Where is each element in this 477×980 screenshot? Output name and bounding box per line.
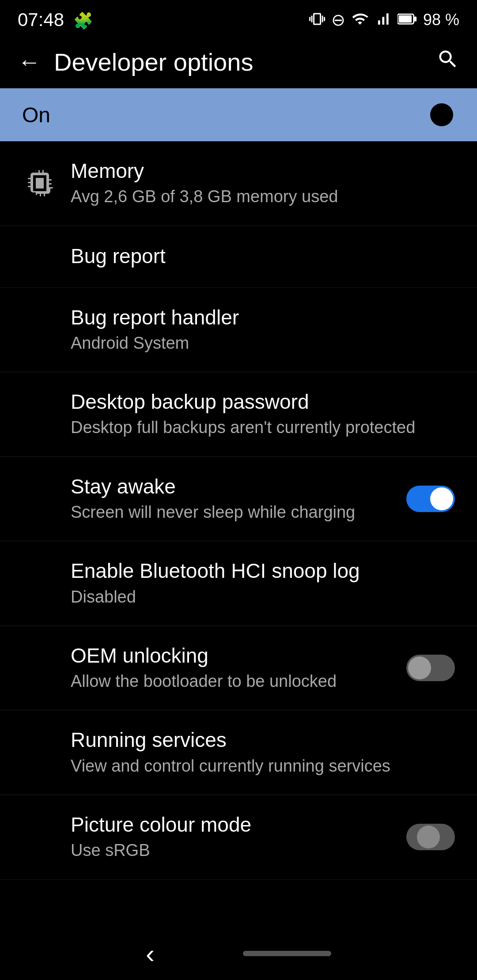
picture-colour-title: Picture colour mode [71,813,398,837]
desktop-backup-item[interactable]: Desktop backup password Desktop full bac… [0,372,477,457]
bug-report-handler-item[interactable]: Bug report handler Android System [0,288,477,373]
bug-report-title: Bug report [71,244,455,268]
bug-report-left: Bug report [22,244,455,268]
oem-toggle-container [406,655,455,681]
running-services-item[interactable]: Running services View and control curren… [0,710,477,795]
bluetooth-hci-item[interactable]: Enable Bluetooth HCI snoop log Disabled [0,541,477,626]
desktop-backup-subtitle: Desktop full backups aren't currently pr… [71,417,455,438]
oem-unlocking-text: OEM unlocking Allow the bootloader to be… [22,644,398,693]
nav-home-pill[interactable] [243,951,331,956]
desktop-backup-left: Desktop backup password Desktop full bac… [22,390,455,439]
settings-list: Memory Avg 2,6 GB of 3,8 GB memory used … [0,141,477,880]
signal-icon [375,11,391,29]
oem-unlocking-item[interactable]: OEM unlocking Allow the bootloader to be… [0,626,477,711]
stay-awake-toggle[interactable] [406,486,455,512]
memory-title: Memory [71,159,455,183]
battery-icon [398,11,417,29]
desktop-backup-title: Desktop backup password [71,390,455,414]
bug-report-handler-left: Bug report handler Android System [22,305,455,354]
oem-unlocking-subtitle: Allow the bootloader to be unlocked [71,671,398,692]
developer-toggle[interactable] [406,102,455,128]
puzzle-icon: 🧩 [73,11,93,30]
running-services-title: Running services [71,728,455,752]
wifi-icon [352,11,368,29]
developer-toggle-row[interactable]: On [0,88,477,141]
memory-subtitle: Avg 2,6 GB of 3,8 GB memory used [71,186,455,207]
status-time-group: 07:48 🧩 [18,9,93,30]
picture-colour-toggle[interactable] [406,824,455,850]
oem-unlocking-title: OEM unlocking [71,644,398,668]
svg-rect-2 [414,17,417,22]
memory-item[interactable]: Memory Avg 2,6 GB of 3,8 GB memory used [0,141,477,226]
oem-unlocking-left: OEM unlocking Allow the bootloader to be… [22,644,398,693]
desktop-backup-text: Desktop backup password Desktop full bac… [22,390,455,439]
back-button[interactable]: ← [18,49,41,75]
status-bar: 07:48 🧩 ⊖ [0,0,477,35]
picture-colour-item[interactable]: Picture colour mode Use sRGB [0,795,477,880]
top-bar: ← Developer options [0,35,477,88]
nav-bar: ‹ [0,927,477,980]
bluetooth-hci-left: Enable Bluetooth HCI snoop log Disabled [22,559,455,608]
stay-awake-left: Stay awake Screen will never sleep while… [22,475,398,524]
stay-awake-text: Stay awake Screen will never sleep while… [22,475,398,524]
memory-chip-icon [22,167,57,199]
status-time: 07:48 [18,9,64,30]
running-services-text: Running services View and control curren… [22,728,455,777]
running-services-subtitle: View and control currently running servi… [71,755,455,777]
vibrate-icon [309,11,325,29]
oem-toggle-thumb [408,656,431,679]
oem-toggle[interactable] [406,655,455,681]
picture-colour-subtitle: Use sRGB [71,840,398,861]
page-title: Developer options [54,48,436,76]
stay-awake-toggle-thumb [430,487,453,510]
bug-report-handler-subtitle: Android System [71,332,455,354]
bluetooth-hci-title: Enable Bluetooth HCI snoop log [71,559,455,583]
picture-colour-toggle-container [406,824,455,850]
stay-awake-title: Stay awake [71,475,398,499]
dnd-icon: ⊖ [331,11,345,28]
bluetooth-hci-subtitle: Disabled [71,586,455,608]
picture-colour-text: Picture colour mode Use sRGB [22,813,398,862]
stay-awake-item[interactable]: Stay awake Screen will never sleep while… [0,457,477,542]
nav-back-button[interactable]: ‹ [146,939,155,969]
memory-item-left: Memory Avg 2,6 GB of 3,8 GB memory used [22,159,455,208]
search-button[interactable] [436,48,459,76]
status-icons: ⊖ 98 % [309,11,459,29]
running-services-left: Running services View and control curren… [22,728,455,777]
memory-text: Memory Avg 2,6 GB of 3,8 GB memory used [71,159,455,208]
stay-awake-subtitle: Screen will never sleep while charging [71,501,398,523]
bug-report-handler-title: Bug report handler [71,305,455,330]
bug-report-text: Bug report [22,244,455,268]
bug-report-item[interactable]: Bug report [0,226,477,288]
stay-awake-toggle-container [406,486,455,512]
toggle-thumb [430,103,453,126]
picture-colour-toggle-thumb [417,825,440,848]
bluetooth-hci-text: Enable Bluetooth HCI snoop log Disabled [22,559,455,608]
picture-colour-left: Picture colour mode Use sRGB [22,813,398,862]
dev-toggle-label: On [22,103,50,127]
svg-rect-1 [399,15,412,23]
battery-percent: 98 % [423,11,459,29]
bug-report-handler-text: Bug report handler Android System [22,305,455,354]
